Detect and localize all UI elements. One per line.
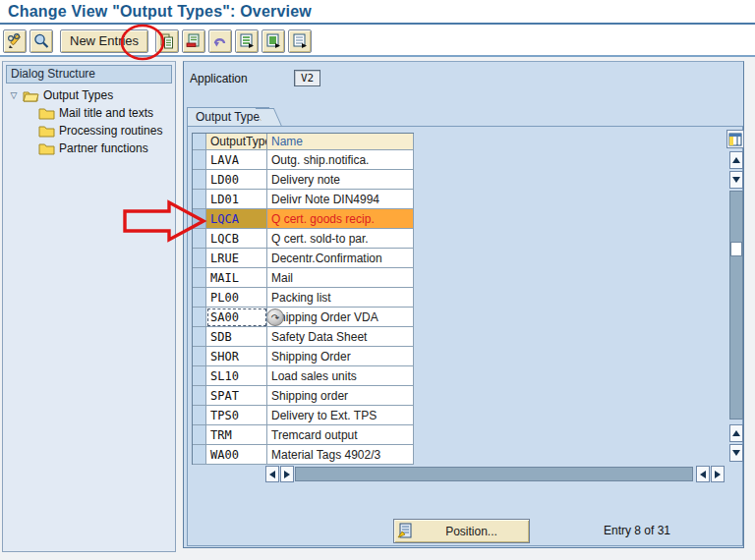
cell-output-type[interactable]: LD00 <box>206 170 267 190</box>
vertical-scrollbar[interactable] <box>729 191 743 420</box>
row-selector[interactable] <box>193 406 206 425</box>
cell-name-text: Shipping Order VDA <box>271 310 378 324</box>
row-selector[interactable] <box>193 308 206 327</box>
scroll-up-button[interactable] <box>729 151 743 169</box>
row-selector[interactable] <box>193 288 206 308</box>
column-header-name[interactable]: Name <box>267 134 414 150</box>
cell-output-type[interactable]: SPAT <box>206 386 267 406</box>
cell-name[interactable]: Material Tags 4902/3 <box>267 445 414 465</box>
title-bar: Change View "Output Types": Overview <box>0 0 755 23</box>
application-toolbar: New Entries <box>0 27 755 55</box>
row-selector[interactable] <box>193 445 206 465</box>
row-selector[interactable] <box>193 347 206 366</box>
table-header-row: OutputType Name <box>193 134 414 150</box>
tree-node-partner-functions[interactable]: Partner functions <box>3 140 175 157</box>
application-value-field[interactable]: V2 <box>294 70 320 86</box>
cell-output-type[interactable]: SDB <box>206 327 267 347</box>
undo-icon <box>211 32 229 50</box>
row-selector[interactable] <box>193 170 206 190</box>
cell-name[interactable]: Tremcard output <box>267 425 414 445</box>
cell-name[interactable]: Shipping Order VDA ↷ <box>267 308 414 327</box>
cell-output-type[interactable]: TPS0 <box>206 406 267 425</box>
left-arrow-icon <box>700 471 706 478</box>
content-area: Dialog Structure ▽ Output Types Mail tit… <box>0 57 755 560</box>
cell-name[interactable]: Outg. ship.notifica. <box>267 150 414 170</box>
cell-name[interactable]: Decentr.Confirmation <box>267 249 414 268</box>
row-selector[interactable] <box>193 190 206 209</box>
cell-name[interactable]: Q cert. sold-to par. <box>267 229 414 249</box>
row-selector[interactable] <box>193 386 206 406</box>
cell-output-type[interactable]: WA00 <box>206 445 267 465</box>
select-all-button[interactable] <box>235 29 259 53</box>
cell-name[interactable]: Shipping order <box>267 386 414 406</box>
cell-output-type[interactable]: SHOR <box>206 347 267 366</box>
table-row: LQCB Q cert. sold-to par. <box>193 229 414 249</box>
row-selector[interactable] <box>193 268 206 288</box>
entry-status-text: Entry 8 of 31 <box>604 524 670 537</box>
table-settings-button[interactable] <box>726 130 744 148</box>
display-view-button[interactable] <box>29 29 53 53</box>
row-selector[interactable] <box>193 150 206 170</box>
table-row: SHOR Shipping Order <box>193 347 414 366</box>
cell-name[interactable]: Shipping Order <box>267 347 414 366</box>
tree-node-output-types[interactable]: ▽ Output Types <box>3 86 175 104</box>
select-block-button[interactable] <box>261 29 285 53</box>
tab-strip: Output Types <box>187 107 269 126</box>
page-down-button[interactable] <box>729 444 743 462</box>
row-selector[interactable] <box>193 366 206 386</box>
magnifier-icon <box>32 32 50 50</box>
row-selector[interactable] <box>193 209 206 229</box>
vertical-scroll-thumb[interactable] <box>730 242 742 256</box>
delete-icon <box>185 32 203 50</box>
scroll-left-end-button[interactable] <box>696 466 710 482</box>
cell-output-type[interactable]: TRM <box>206 425 267 445</box>
cell-name[interactable]: Delivr Note DIN4994 <box>267 190 414 209</box>
scroll-right-button[interactable] <box>280 466 294 482</box>
cell-name[interactable]: Delivery to Ext. TPS <box>267 406 414 425</box>
cell-output-type[interactable]: LQCB <box>206 229 267 249</box>
delete-button[interactable] <box>182 29 205 53</box>
cell-output-type[interactable]: LRUE <box>206 249 267 268</box>
cell-name[interactable]: Delivery note <box>267 170 414 190</box>
scroll-left-button[interactable] <box>265 466 279 482</box>
position-button-label: Position... <box>414 525 529 538</box>
table-row: LD00 Delivery note <box>193 170 414 190</box>
scroll-down-button[interactable] <box>729 171 743 189</box>
cell-output-type[interactable]: LAVA <box>206 150 267 170</box>
row-selector[interactable] <box>193 229 206 249</box>
tree-node-processing-routines[interactable]: Processing routines <box>3 122 175 140</box>
new-entries-button[interactable]: New Entries <box>60 29 148 53</box>
display-change-toggle-button[interactable] <box>3 29 27 53</box>
closed-folder-icon <box>38 107 55 120</box>
cell-output-type[interactable]: LQCA <box>206 209 267 229</box>
copy-as-button[interactable] <box>155 29 179 53</box>
tab-output-types[interactable]: Output Types <box>187 107 269 126</box>
deselect-all-button[interactable] <box>288 29 312 53</box>
row-selector[interactable] <box>193 327 206 347</box>
tree-node-mail-title[interactable]: Mail title and texts <box>3 104 175 122</box>
cell-output-type[interactable]: PL00 <box>206 288 267 308</box>
select-all-header-cell[interactable] <box>193 134 206 150</box>
cell-output-type[interactable]: LD01 <box>206 190 267 209</box>
row-selector[interactable] <box>193 249 206 268</box>
undo-button[interactable] <box>208 29 232 53</box>
column-header-outputtype[interactable]: OutputType <box>206 134 267 150</box>
cell-name[interactable]: Load sales units <box>267 366 414 386</box>
tree-node-label: Processing routines <box>59 124 162 138</box>
page-up-button[interactable] <box>729 424 743 442</box>
cell-name[interactable]: Packing list <box>267 288 414 308</box>
cell-name[interactable]: Q cert. goods recip. <box>267 209 414 229</box>
horizontal-scrollbar[interactable] <box>295 467 693 481</box>
position-button[interactable]: Position... <box>393 519 530 543</box>
cell-output-type[interactable]: SA00 <box>206 308 267 327</box>
expander-icon[interactable]: ▽ <box>7 90 21 100</box>
main-panel: Application V2 Output Types OutputType N… <box>183 61 744 548</box>
cell-output-type[interactable]: MAIL <box>206 268 267 288</box>
cell-output-type[interactable]: SL10 <box>206 366 267 386</box>
scroll-right-end-button[interactable] <box>711 466 725 482</box>
cell-name[interactable]: Safety Data Sheet <box>267 327 414 347</box>
row-selector[interactable] <box>193 425 206 445</box>
cell-name[interactable]: Mail <box>267 268 414 288</box>
table-row: LRUE Decentr.Confirmation <box>193 249 414 268</box>
left-arrow-icon <box>269 471 275 478</box>
